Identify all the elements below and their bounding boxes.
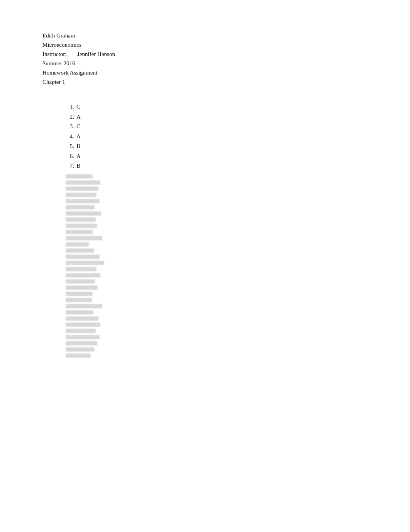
blurred-content-line	[66, 292, 93, 296]
blurred-content-line	[66, 174, 93, 178]
answer-item: 7.B	[66, 161, 368, 171]
blurred-content-line	[66, 267, 97, 271]
answer-item: 1.C	[66, 102, 368, 112]
instructor-name: Jennifer Hanson	[77, 49, 115, 59]
blurred-content-line	[66, 230, 93, 234]
blurred-content-line	[66, 205, 95, 209]
answer-list: 1.C2.A3.C4.A5.B6.A7.B	[66, 102, 368, 171]
blurred-content-line	[66, 242, 89, 246]
answers-section: 1.C2.A3.C4.A5.B6.A7.B	[66, 102, 368, 171]
answer-item: 4.A	[66, 132, 368, 142]
blurred-content-line	[66, 310, 93, 314]
answer-number: 7.	[66, 161, 74, 171]
answer-item: 2.A	[66, 112, 368, 122]
student-name: Edith Graham	[42, 31, 368, 40]
blurred-content-line	[66, 279, 95, 284]
answer-item: 3.C	[66, 122, 368, 132]
blurred-content-line	[66, 347, 95, 352]
blurred-content-line	[66, 341, 97, 345]
answer-value: A	[76, 132, 81, 142]
blurred-content-line	[66, 218, 96, 222]
instructor-label: Instructor:	[42, 49, 77, 59]
assignment-title: Homework Assignment	[42, 68, 368, 77]
answer-number: 6.	[66, 151, 74, 161]
blurred-content-line	[66, 248, 94, 253]
answer-number: 5.	[66, 141, 74, 151]
header-block: Edith Graham Microeconomics Instructor: …	[42, 31, 368, 87]
blurred-content-line	[66, 236, 102, 240]
blurred-content-line	[66, 335, 100, 339]
blurred-content-line	[66, 273, 100, 277]
answer-value: C	[76, 102, 80, 112]
answer-value: B	[76, 161, 80, 171]
answer-value: A	[76, 112, 81, 122]
blurred-content-line	[66, 329, 96, 333]
answer-number: 4.	[66, 132, 74, 142]
blurred-section	[66, 174, 368, 358]
course-name: Microeconomics	[42, 40, 368, 49]
chapter: Chapter 1	[42, 77, 368, 87]
answer-number: 2.	[66, 112, 74, 122]
blurred-content-line	[66, 211, 101, 216]
blurred-content-line	[66, 298, 92, 302]
semester: Summer 2016	[42, 59, 368, 68]
blurred-content-line	[66, 180, 100, 185]
answer-value: B	[76, 141, 80, 151]
answer-number: 3.	[66, 122, 74, 132]
blurred-content-line	[66, 193, 97, 197]
answer-item: 6.A	[66, 151, 368, 161]
blurred-content-line	[66, 261, 104, 265]
answer-value: A	[76, 151, 81, 161]
blurred-content-line	[66, 304, 102, 308]
answer-number: 1.	[66, 102, 74, 112]
blurred-content-line	[66, 224, 97, 228]
page: Edith Graham Microeconomics Instructor: …	[0, 0, 410, 532]
blurred-content-line	[66, 316, 98, 321]
answer-value: C	[76, 122, 80, 132]
answer-item: 5.B	[66, 141, 368, 151]
blurred-content-line	[66, 286, 98, 290]
blurred-content-line	[66, 255, 100, 259]
blurred-content-line	[66, 354, 91, 358]
blurred-content-line	[66, 187, 98, 191]
instructor-line: Instructor: Jennifer Hanson	[42, 49, 368, 59]
blurred-content-line	[66, 199, 100, 203]
blurred-content-line	[66, 323, 100, 327]
